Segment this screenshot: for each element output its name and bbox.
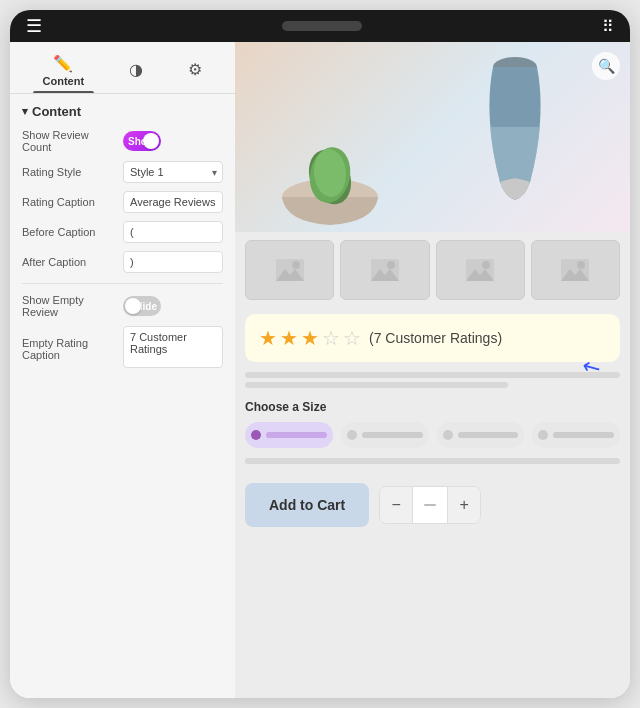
- star-4: ☆: [322, 326, 340, 350]
- show-empty-review-row: Show Empty Review Hide: [22, 294, 223, 318]
- before-caption-input[interactable]: [123, 221, 223, 243]
- show-empty-review-label: Show Empty Review: [22, 294, 117, 318]
- empty-rating-caption-input[interactable]: 7 Customer Ratings: [123, 326, 223, 368]
- tab-content[interactable]: ✏️ Content: [33, 50, 95, 93]
- star-1: ★: [259, 326, 277, 350]
- after-caption-row: After Caption: [22, 251, 223, 273]
- size-dot-3: [443, 430, 453, 440]
- star-5: ☆: [343, 326, 361, 350]
- placeholder-lines-1: [235, 368, 630, 392]
- before-caption-control: [123, 221, 223, 243]
- qty-decrease-button[interactable]: −: [380, 487, 412, 523]
- thumbnail-row: [235, 232, 630, 308]
- qty-display: [412, 487, 448, 523]
- toggle-knob: [143, 133, 159, 149]
- svg-point-7: [292, 261, 300, 269]
- show-review-count-toggle[interactable]: Show: [123, 131, 161, 151]
- empty-rating-caption-label: Empty Rating Caption: [22, 337, 117, 361]
- rating-caption-input[interactable]: [123, 191, 223, 213]
- halfcircle-icon: ◑: [129, 60, 143, 79]
- right-panel: 🔍: [235, 42, 630, 698]
- rating-style-select[interactable]: Style 1 Style 2 Style 3: [123, 161, 223, 183]
- top-bar-pill: [282, 21, 362, 31]
- size-dot-2: [347, 430, 357, 440]
- size-option-2[interactable]: [341, 422, 429, 448]
- device-frame: ☰ ⠿ ✏️ Content ◑ ⚙: [10, 10, 630, 698]
- size-bar-1: [266, 432, 327, 438]
- rating-caption-control: [123, 191, 223, 213]
- thumbnail-2[interactable]: [340, 240, 429, 300]
- rating-style-control: Style 1 Style 2 Style 3: [123, 161, 223, 183]
- show-empty-review-toggle[interactable]: Hide: [123, 296, 161, 316]
- size-dot-4: [538, 430, 548, 440]
- qty-increase-button[interactable]: +: [448, 487, 480, 523]
- thumbnail-img-icon-1: [276, 259, 304, 281]
- left-panel: ✏️ Content ◑ ⚙ Content S: [10, 42, 235, 698]
- empty-rating-caption-control: 7 Customer Ratings: [123, 326, 223, 372]
- rating-caption-row: Rating Caption: [22, 191, 223, 213]
- tab-content-label: Content: [43, 75, 85, 87]
- size-bar-2: [362, 432, 423, 438]
- thumbnail-4[interactable]: [531, 240, 620, 300]
- empty-rating-caption-row: Empty Rating Caption 7 Customer Ratings: [22, 326, 223, 372]
- thumbnail-1[interactable]: [245, 240, 334, 300]
- size-title: Choose a Size: [245, 400, 620, 414]
- size-bar-4: [553, 432, 614, 438]
- thumbnail-img-icon-3: [466, 259, 494, 281]
- tab-settings[interactable]: ⚙: [178, 56, 212, 87]
- ph-line-3: [245, 458, 620, 464]
- show-review-count-label: Show Review Count: [22, 129, 117, 153]
- size-option-3[interactable]: [437, 422, 525, 448]
- gear-icon: ⚙: [188, 60, 202, 79]
- size-options: [245, 422, 620, 448]
- product-main-image: 🔍: [235, 42, 630, 232]
- rating-section: ★ ★ ★ ☆ ☆ (7 Customer Ratings) ↖: [245, 314, 620, 362]
- divider-1: [22, 283, 223, 284]
- qty-dash: [424, 504, 436, 506]
- toggle-knob-2: [125, 298, 141, 314]
- after-caption-label: After Caption: [22, 256, 117, 268]
- rating-caption-display: (7 Customer Ratings): [369, 330, 502, 346]
- thumbnail-img-icon-4: [561, 259, 589, 281]
- main-layout: ✏️ Content ◑ ⚙ Content S: [10, 42, 630, 698]
- pencil-icon: ✏️: [53, 54, 73, 73]
- size-option-4[interactable]: [532, 422, 620, 448]
- thumbnail-img-icon-2: [371, 259, 399, 281]
- svg-point-16: [577, 261, 585, 269]
- star-2: ★: [280, 326, 298, 350]
- top-bar: ☰ ⠿: [10, 10, 630, 42]
- add-to-cart-button[interactable]: Add to Cart: [245, 483, 369, 527]
- star-rating: ★ ★ ★ ☆ ☆: [259, 326, 361, 350]
- size-bar-3: [458, 432, 519, 438]
- size-option-1[interactable]: [245, 422, 333, 448]
- thumbnail-3[interactable]: [436, 240, 525, 300]
- menu-icon[interactable]: ☰: [26, 15, 42, 37]
- before-caption-row: Before Caption: [22, 221, 223, 243]
- product-search-button[interactable]: 🔍: [592, 52, 620, 80]
- ph-line-2: [245, 382, 508, 388]
- vase-image: [470, 52, 560, 202]
- quantity-control: − +: [379, 486, 481, 524]
- more-placeholder: [235, 452, 630, 475]
- section-header: Content: [22, 104, 223, 119]
- before-caption-label: Before Caption: [22, 226, 117, 238]
- after-caption-input[interactable]: [123, 251, 223, 273]
- rating-style-row: Rating Style Style 1 Style 2 Style 3: [22, 161, 223, 183]
- star-3: ★: [301, 326, 319, 350]
- tab-bar: ✏️ Content ◑ ⚙: [10, 42, 235, 94]
- tab-style[interactable]: ◑: [119, 56, 153, 87]
- size-section: Choose a Size: [235, 392, 630, 452]
- show-review-count-control: Show: [123, 131, 223, 151]
- svg-point-10: [387, 261, 395, 269]
- grid-icon[interactable]: ⠿: [602, 17, 614, 36]
- show-review-count-row: Show Review Count Show: [22, 129, 223, 153]
- svg-point-13: [482, 261, 490, 269]
- plant-bowl-image: [275, 137, 385, 227]
- show-empty-review-control: Hide: [123, 296, 223, 316]
- rating-caption-label: Rating Caption: [22, 196, 117, 208]
- rating-style-label: Rating Style: [22, 166, 117, 178]
- ph-line-1: [245, 372, 620, 378]
- size-dot-1: [251, 430, 261, 440]
- cart-section: Add to Cart − +: [235, 475, 630, 535]
- after-caption-control: [123, 251, 223, 273]
